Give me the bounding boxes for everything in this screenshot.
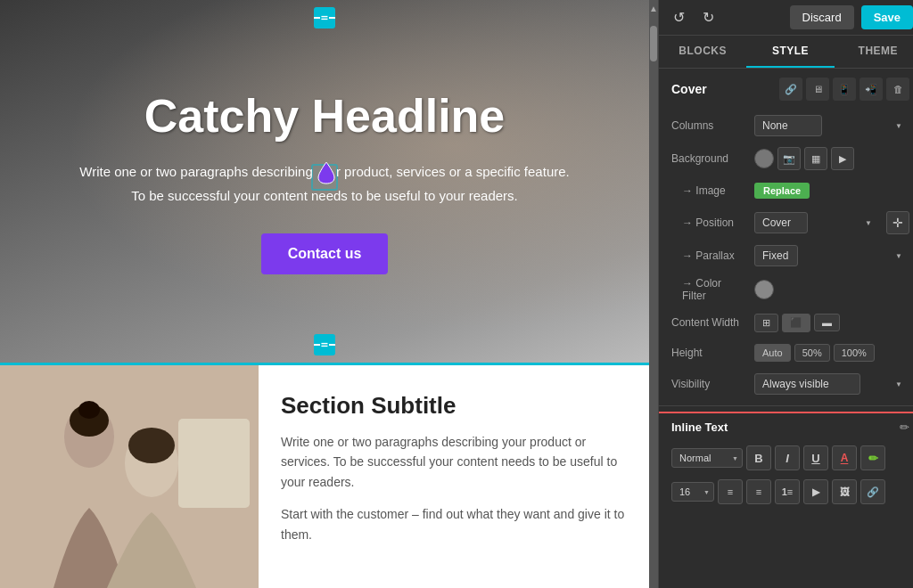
section-body-1: Write one or two paragraphs describing y…	[281, 432, 627, 492]
inline-text-header: Inline Text ✏	[659, 412, 913, 441]
hero-subtitle: Write one or two paragraphs describing r…	[79, 160, 569, 207]
drop-icon	[317, 160, 336, 185]
discard-button[interactable]: Discard	[790, 5, 854, 29]
font-size-select[interactable]: 16 12 14 18 24	[671, 482, 714, 502]
parallax-row: → Parallax Fixed Scroll None	[659, 240, 913, 272]
cover-title: Cover	[671, 82, 707, 96]
text-style-select-wrapper: Normal Heading 1 Heading 2 Paragraph	[671, 448, 743, 468]
background-video-btn[interactable]: ▶	[831, 147, 854, 170]
redo-button[interactable]: ↻	[697, 5, 720, 29]
background-row: Background 📷 ▦ ▶	[659, 142, 913, 176]
section-image	[0, 365, 259, 588]
tab-blocks[interactable]: BLOCKS	[659, 36, 746, 68]
section-text: Section Subtitle Write one or two paragr…	[259, 365, 649, 588]
desktop-icon-btn[interactable]: 🖥	[806, 78, 829, 101]
replace-button[interactable]: Replace	[754, 183, 810, 199]
inline-text-edit-icon[interactable]: ✏	[900, 421, 909, 434]
scrollbar[interactable]: ▲	[649, 0, 658, 588]
delete-icon-btn[interactable]: 🗑	[886, 78, 909, 101]
color-filter-label: → Color Filter	[671, 277, 747, 302]
bold-button[interactable]: B	[746, 445, 771, 470]
columns-select[interactable]: None 2 Columns 3 Columns	[754, 115, 822, 136]
background-controls: 📷 ▦ ▶	[754, 147, 909, 170]
svg-rect-2	[321, 343, 327, 344]
mobile-icon-btn[interactable]: 📲	[860, 78, 883, 101]
content-width-controls: ⊞ ⬛ ▬	[754, 314, 909, 332]
background-color-swatch[interactable]	[754, 149, 774, 168]
link-icon-btn[interactable]: 🔗	[779, 78, 802, 101]
save-button[interactable]: Save	[861, 5, 913, 29]
cover-section-header: Cover 🔗 🖥 📱 📲 🗑	[659, 69, 913, 110]
top-toolbar: ↺ ↻ Discard Save	[659, 0, 913, 36]
content-section: Section Subtitle Write one or two paragr…	[0, 365, 649, 588]
play-button[interactable]: ▶	[803, 479, 828, 504]
height-controls: Auto 50% 100%	[754, 344, 909, 362]
format-row-2: 16 12 14 18 24 ≡ ≡ 1≡ ▶ 🖼 🔗	[659, 475, 913, 509]
hero-title: Catchy Headline	[79, 89, 569, 143]
width-narrow-btn[interactable]: ▬	[814, 314, 840, 331]
italic-button[interactable]: I	[775, 445, 800, 470]
text-style-select[interactable]: Normal Heading 1 Heading 2 Paragraph	[671, 448, 743, 468]
height-50-btn[interactable]: 50%	[794, 344, 830, 362]
content-width-label: Content Width	[671, 316, 747, 329]
columns-row: Columns None 2 Columns 3 Columns	[659, 110, 913, 142]
highlight-button[interactable]: ✏	[860, 445, 885, 470]
height-100-btn[interactable]: 100%	[834, 344, 875, 362]
tablet-icon-btn[interactable]: 📱	[833, 78, 856, 101]
image-label: → Image	[671, 184, 747, 197]
visibility-select-wrapper: Always visible Hidden on mobile Hidden o…	[754, 373, 909, 395]
svg-point-9	[78, 401, 100, 419]
section-title: Section Subtitle	[281, 392, 627, 420]
color-filter-swatch[interactable]	[754, 280, 774, 299]
link-button[interactable]: 🔗	[860, 479, 885, 504]
hero-content: Catchy Headline Write one or two paragra…	[26, 89, 622, 274]
drag-handle-bottom[interactable]	[314, 334, 335, 355]
svg-rect-3	[321, 346, 327, 347]
visibility-label: Visibility	[671, 378, 747, 390]
columns-label: Columns	[671, 119, 747, 132]
ordered-list-button[interactable]: 1≡	[775, 479, 800, 504]
parallax-label: → Parallax	[671, 249, 747, 262]
height-auto-btn[interactable]: Auto	[754, 344, 791, 362]
tab-style[interactable]: STYLE	[746, 36, 834, 68]
parallax-select[interactable]: Fixed Scroll None	[754, 245, 798, 266]
image-button[interactable]: 🖼	[832, 479, 857, 504]
contact-us-button[interactable]: Contact us	[261, 233, 389, 274]
panel-content[interactable]: Cover 🔗 🖥 📱 📲 🗑 Columns None 2 Columns 3	[659, 69, 913, 588]
section-body-2: Start with the customer – find out what …	[281, 504, 627, 544]
position-select-wrapper: Cover Contain Auto	[754, 212, 879, 233]
underline-button[interactable]: U	[803, 445, 828, 470]
background-label: Background	[671, 152, 747, 165]
position-extra-btn[interactable]: ✛	[886, 211, 909, 234]
inline-text-title: Inline Text	[671, 421, 728, 434]
svg-point-7	[128, 428, 175, 463]
section-image-svg	[0, 365, 259, 588]
font-size-select-wrapper: 16 12 14 18 24	[671, 482, 714, 502]
width-boxed-btn[interactable]: ⬛	[782, 314, 810, 332]
format-row-1: Normal Heading 1 Heading 2 Paragraph B I…	[659, 441, 913, 475]
align-button[interactable]: ≡	[718, 479, 743, 504]
hero-section: Catchy Headline Write one or two paragra…	[0, 0, 649, 365]
image-controls: Replace	[754, 183, 909, 199]
image-row: → Image Replace	[659, 176, 913, 206]
cover-header-icons: 🔗 🖥 📱 📲 🗑	[779, 78, 909, 101]
width-full-btn[interactable]: ⊞	[754, 314, 778, 332]
background-gradient-btn[interactable]: ▦	[804, 147, 827, 170]
unordered-list-button[interactable]: ≡	[746, 479, 771, 504]
panel-separator	[659, 405, 913, 406]
svg-rect-10	[178, 419, 250, 508]
visibility-row: Visibility Always visible Hidden on mobi…	[659, 368, 913, 400]
svg-rect-1	[321, 19, 327, 20]
content-width-row: Content Width ⊞ ⬛ ▬	[659, 307, 913, 338]
parallax-select-wrapper: Fixed Scroll None	[754, 245, 909, 266]
background-photo-btn[interactable]: 📷	[777, 147, 801, 170]
position-label: → Position	[671, 216, 747, 229]
text-color-button[interactable]: A	[832, 445, 857, 470]
height-row: Height Auto 50% 100%	[659, 338, 913, 368]
undo-button[interactable]: ↺	[668, 5, 690, 29]
tab-theme[interactable]: THEME	[835, 36, 913, 68]
drag-handle-top[interactable]	[314, 7, 335, 29]
position-row: → Position Cover Contain Auto ✛	[659, 206, 913, 240]
position-select[interactable]: Cover Contain Auto	[754, 212, 808, 233]
visibility-select[interactable]: Always visible Hidden on mobile Hidden o…	[754, 373, 860, 395]
